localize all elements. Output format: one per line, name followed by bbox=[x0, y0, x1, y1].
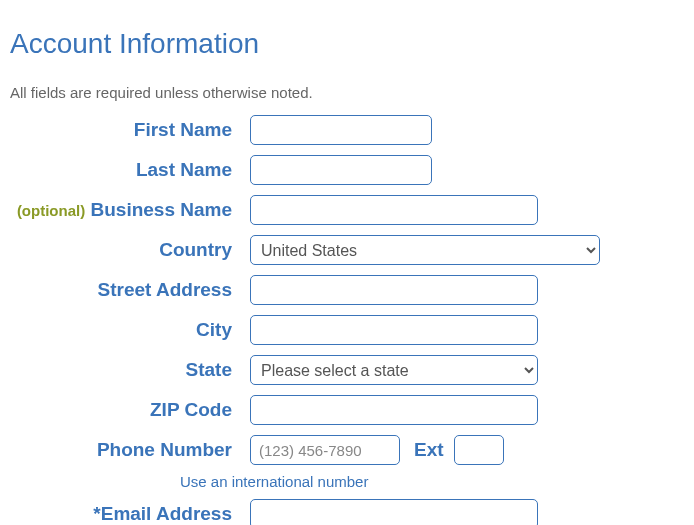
row-zip: ZIP Code bbox=[10, 395, 684, 425]
row-last-name: Last Name bbox=[10, 155, 684, 185]
row-first-name: First Name bbox=[10, 115, 684, 145]
row-business-name: (optional) Business Name bbox=[10, 195, 684, 225]
input-first-name[interactable] bbox=[250, 115, 432, 145]
input-ext[interactable] bbox=[454, 435, 504, 465]
row-country: Country United States bbox=[10, 235, 684, 265]
label-email: *Email Address bbox=[10, 503, 250, 525]
input-city[interactable] bbox=[250, 315, 538, 345]
row-state: State Please select a state bbox=[10, 355, 684, 385]
row-city: City bbox=[10, 315, 684, 345]
label-ext: Ext bbox=[414, 439, 444, 461]
label-city: City bbox=[10, 319, 250, 341]
row-email: *Email Address bbox=[10, 499, 684, 525]
label-phone: Phone Number bbox=[10, 439, 250, 461]
label-business-name-text: Business Name bbox=[90, 199, 232, 220]
row-street: Street Address bbox=[10, 275, 684, 305]
input-business-name[interactable] bbox=[250, 195, 538, 225]
row-phone: Phone Number Ext bbox=[10, 435, 684, 465]
required-note: All fields are required unless otherwise… bbox=[10, 84, 684, 101]
input-phone[interactable] bbox=[250, 435, 400, 465]
input-street[interactable] bbox=[250, 275, 538, 305]
optional-tag: (optional) bbox=[17, 202, 85, 219]
label-last-name: Last Name bbox=[10, 159, 250, 181]
select-country[interactable]: United States bbox=[250, 235, 600, 265]
input-last-name[interactable] bbox=[250, 155, 432, 185]
input-zip[interactable] bbox=[250, 395, 538, 425]
label-first-name: First Name bbox=[10, 119, 250, 141]
row-intl-link: Use an international number bbox=[10, 473, 684, 491]
label-state: State bbox=[10, 359, 250, 381]
input-email[interactable] bbox=[250, 499, 538, 525]
link-intl-number[interactable]: Use an international number bbox=[180, 473, 368, 490]
select-state[interactable]: Please select a state bbox=[250, 355, 538, 385]
label-business-name: (optional) Business Name bbox=[10, 199, 250, 221]
label-country: Country bbox=[10, 239, 250, 261]
label-street: Street Address bbox=[10, 279, 250, 301]
section-heading: Account Information bbox=[10, 28, 684, 60]
label-zip: ZIP Code bbox=[10, 399, 250, 421]
